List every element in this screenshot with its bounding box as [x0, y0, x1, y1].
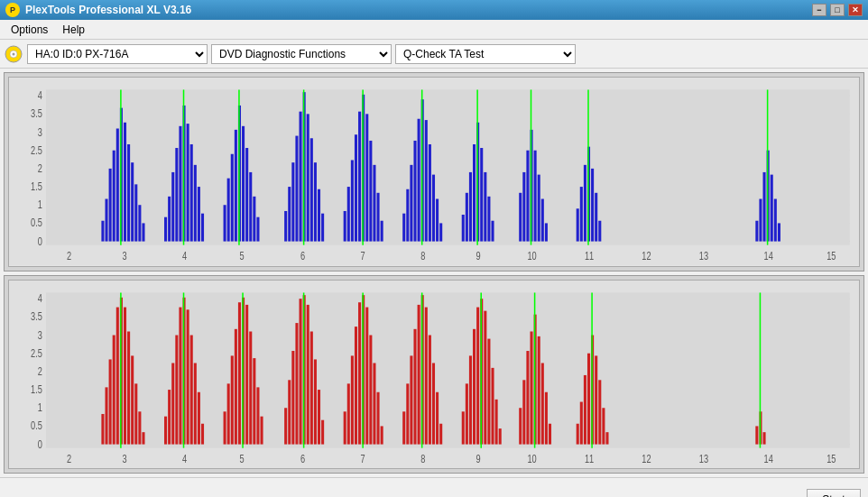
svg-text:3.5: 3.5 — [31, 107, 42, 120]
svg-rect-166 — [109, 359, 112, 444]
svg-text:13: 13 — [699, 452, 708, 465]
minimize-button[interactable]: − — [812, 4, 826, 16]
svg-text:1.5: 1.5 — [31, 180, 42, 193]
svg-rect-32 — [134, 184, 137, 241]
menu-options[interactable]: Options — [4, 22, 55, 38]
svg-rect-222 — [377, 391, 380, 444]
svg-rect-259 — [577, 423, 579, 444]
svg-rect-246 — [495, 399, 498, 444]
maximize-button[interactable]: □ — [830, 4, 845, 16]
svg-rect-95 — [462, 215, 465, 242]
svg-rect-128 — [778, 223, 780, 241]
svg-rect-180 — [175, 335, 178, 444]
svg-rect-63 — [300, 112, 302, 242]
svg-rect-250 — [522, 380, 525, 444]
svg-text:15: 15 — [826, 452, 836, 465]
svg-rect-231 — [425, 307, 428, 444]
svg-rect-87 — [418, 119, 420, 242]
svg-text:3.5: 3.5 — [31, 310, 42, 323]
svg-rect-42 — [187, 124, 189, 241]
svg-text:4: 4 — [38, 291, 42, 304]
svg-rect-106 — [522, 172, 525, 242]
svg-text:9: 9 — [476, 452, 481, 465]
svg-rect-223 — [381, 426, 383, 444]
svg-text:4: 4 — [38, 89, 42, 102]
svg-rect-96 — [466, 193, 468, 242]
svg-text:2: 2 — [67, 452, 71, 465]
svg-text:3: 3 — [122, 452, 126, 465]
svg-rect-260 — [580, 401, 583, 444]
svg-rect-67 — [314, 162, 317, 241]
right-buttons: Start i — [807, 483, 861, 497]
svg-rect-124 — [763, 172, 766, 242]
svg-rect-107 — [526, 151, 529, 242]
device-select[interactable]: HA:0 ID:0 PX-716A — [27, 44, 208, 64]
svg-text:7: 7 — [361, 452, 365, 465]
svg-rect-205 — [300, 299, 302, 444]
svg-text:11: 11 — [585, 250, 594, 262]
svg-rect-211 — [321, 419, 324, 444]
svg-text:4: 4 — [182, 452, 187, 465]
svg-rect-91 — [432, 175, 435, 242]
svg-text:12: 12 — [642, 250, 651, 262]
svg-rect-31 — [131, 162, 134, 241]
svg-rect-244 — [487, 338, 490, 444]
svg-rect-79 — [373, 165, 375, 242]
svg-rect-73 — [351, 160, 354, 241]
menu-help[interactable]: Help — [55, 22, 92, 38]
svg-rect-251 — [526, 351, 529, 445]
svg-rect-167 — [113, 335, 115, 444]
svg-rect-50 — [231, 154, 234, 242]
svg-rect-247 — [499, 428, 502, 444]
svg-rect-44 — [194, 165, 197, 242]
close-button[interactable]: ✕ — [848, 4, 863, 16]
svg-rect-189 — [224, 411, 226, 444]
svg-rect-245 — [491, 367, 494, 444]
svg-rect-204 — [295, 323, 298, 445]
svg-rect-171 — [127, 331, 130, 444]
svg-rect-262 — [587, 353, 590, 444]
svg-rect-172 — [131, 355, 134, 444]
app-title: PlexTools Professional XL V3.16 — [25, 4, 191, 16]
svg-rect-97 — [469, 172, 472, 242]
start-button[interactable]: Start — [807, 489, 861, 497]
svg-rect-233 — [432, 363, 435, 444]
svg-rect-241 — [476, 307, 479, 444]
svg-rect-72 — [347, 187, 350, 242]
function-select[interactable]: DVD Diagnostic Functions — [211, 44, 392, 64]
svg-rect-101 — [484, 172, 486, 242]
svg-rect-201 — [284, 408, 287, 444]
svg-rect-24 — [105, 199, 107, 242]
svg-rect-232 — [429, 335, 431, 444]
svg-rect-61 — [291, 162, 294, 241]
svg-rect-65 — [307, 114, 309, 241]
svg-rect-181 — [179, 307, 181, 444]
title-bar: P PlexTools Professional XL V3.16 − □ ✕ — [0, 0, 868, 20]
svg-text:9: 9 — [476, 250, 481, 262]
test-select[interactable]: Q-Check TA Test — [395, 44, 576, 64]
svg-rect-25 — [109, 169, 112, 242]
svg-text:6: 6 — [300, 250, 305, 262]
svg-rect-229 — [418, 304, 420, 444]
svg-rect-46 — [201, 214, 204, 242]
svg-rect-254 — [538, 336, 540, 444]
svg-rect-237 — [462, 411, 465, 444]
svg-text:15: 15 — [826, 250, 836, 262]
svg-text:2: 2 — [67, 250, 71, 262]
svg-text:1: 1 — [38, 198, 42, 211]
svg-text:0: 0 — [38, 235, 42, 247]
svg-rect-252 — [530, 331, 532, 444]
svg-rect-26 — [113, 151, 115, 242]
svg-rect-23 — [101, 221, 104, 242]
svg-rect-39 — [175, 148, 178, 242]
svg-rect-238 — [466, 383, 468, 444]
bottom-chart: 4 3.5 3 2.5 2 1.5 1 0.5 0 — [8, 280, 860, 470]
bottom-chart-container: 4 3.5 3 2.5 2 1.5 1 0.5 0 — [4, 275, 864, 474]
svg-rect-185 — [194, 363, 197, 444]
svg-rect-269 — [755, 426, 758, 444]
svg-rect-80 — [377, 193, 380, 242]
svg-rect-168 — [116, 307, 119, 444]
svg-rect-264 — [595, 355, 597, 444]
svg-text:4: 4 — [182, 250, 187, 262]
svg-rect-216 — [355, 327, 357, 444]
